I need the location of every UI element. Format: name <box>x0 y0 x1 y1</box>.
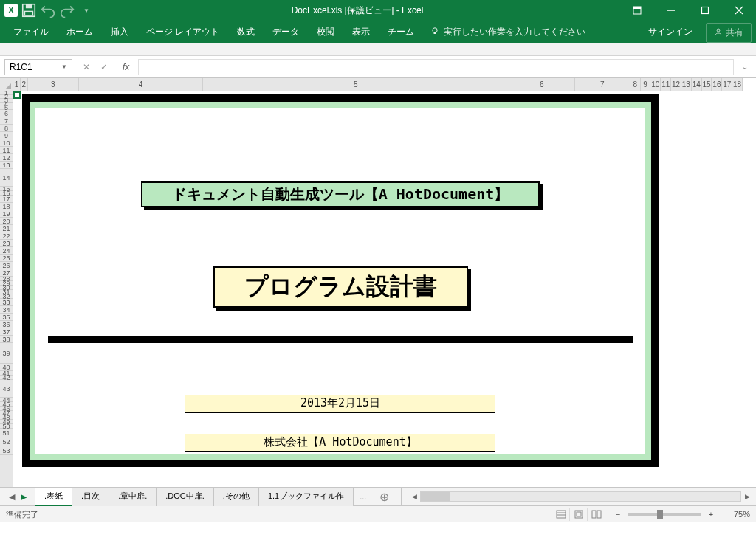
column-header[interactable]: 16 <box>712 78 722 91</box>
tab-pagelayout[interactable]: ページ レイアウト <box>137 21 228 43</box>
column-header[interactable]: 1 <box>13 78 21 91</box>
expand-formula-bar-icon[interactable]: ⌄ <box>738 63 752 71</box>
sheet-nav-arrows[interactable]: ◀ ▶ <box>0 492 35 502</box>
close-button[interactable] <box>722 0 756 21</box>
tab-review[interactable]: 校閲 <box>308 21 343 43</box>
ribbon-display-options-icon[interactable] <box>620 0 654 21</box>
tab-team[interactable]: チーム <box>379 21 423 43</box>
column-header[interactable]: 13 <box>681 78 692 91</box>
new-sheet-button[interactable]: ⊕ <box>372 490 396 504</box>
row-header[interactable]: 18 <box>0 203 13 210</box>
row-header[interactable]: 36 <box>0 321 13 328</box>
horizontal-scrollbar[interactable]: ◀ ▶ <box>405 491 756 502</box>
column-header[interactable]: 15 <box>702 78 712 91</box>
row-header[interactable]: 20 <box>0 218 13 225</box>
tab-file[interactable]: ファイル <box>4 21 58 43</box>
row-header[interactable]: 13 <box>0 162 13 169</box>
select-all-corner[interactable] <box>0 78 13 91</box>
column-header[interactable]: 2 <box>21 78 28 91</box>
row-header[interactable]: 23 <box>0 240 13 247</box>
zoom-in-button[interactable]: + <box>706 510 716 519</box>
column-header[interactable]: 11 <box>661 78 671 91</box>
sheet-tab[interactable]: .目次 <box>72 488 109 506</box>
column-header[interactable]: 12 <box>671 78 681 91</box>
column-header[interactable]: 17 <box>722 78 732 91</box>
column-header[interactable]: 10 <box>650 78 661 91</box>
zoom-out-button[interactable]: − <box>613 510 623 519</box>
row-header[interactable]: 25 <box>0 255 13 262</box>
column-header[interactable]: 8 <box>630 78 641 91</box>
column-headers[interactable]: 123456789101112131415161718 <box>13 78 743 91</box>
row-header[interactable]: 19 <box>0 210 13 218</box>
row-header[interactable]: 12 <box>0 154 13 162</box>
tab-home[interactable]: ホーム <box>58 21 102 43</box>
sheet-nav-next-icon[interactable]: ▶ <box>21 492 27 502</box>
sheet-nav-prev-icon[interactable]: ◀ <box>9 492 15 502</box>
row-header[interactable]: 53 <box>0 446 13 455</box>
column-header[interactable]: 14 <box>692 78 702 91</box>
signin-link[interactable]: サインイン <box>641 21 700 43</box>
row-header[interactable]: 26 <box>0 262 13 269</box>
undo-icon[interactable] <box>40 2 56 18</box>
view-normal-icon[interactable] <box>552 508 570 521</box>
column-header[interactable]: 6 <box>509 78 575 91</box>
maximize-button[interactable] <box>688 0 722 21</box>
tab-insert[interactable]: 挿入 <box>102 21 137 43</box>
row-header[interactable]: 52 <box>0 437 13 446</box>
view-pagebreak-icon[interactable] <box>588 508 605 521</box>
enter-icon[interactable]: ✓ <box>99 62 109 72</box>
column-header[interactable]: 18 <box>732 78 743 91</box>
sheet-tab[interactable]: .その他 <box>214 488 259 506</box>
row-header[interactable]: 6 <box>0 110 13 117</box>
zoom-slider-knob[interactable] <box>657 510 663 519</box>
tab-formulas[interactable]: 数式 <box>228 21 264 43</box>
view-pagelayout-icon[interactable] <box>570 508 588 521</box>
hscroll-left-icon[interactable]: ◀ <box>408 493 420 500</box>
name-box[interactable]: R1C1 ▼ <box>4 59 72 75</box>
tab-data[interactable]: データ <box>264 21 308 43</box>
hscroll-right-icon[interactable]: ▶ <box>741 493 753 500</box>
cell-grid[interactable]: ドキュメント自動生成ツール【A HotDocument】 プログラム設計書 20… <box>13 91 743 487</box>
row-header[interactable]: 22 <box>0 232 13 240</box>
qat-customize-icon[interactable]: ▼ <box>78 2 94 18</box>
redo-icon[interactable] <box>59 2 75 18</box>
row-header[interactable]: 9 <box>0 132 13 139</box>
chevron-down-icon[interactable]: ▼ <box>61 63 67 70</box>
row-header[interactable]: 7 <box>0 117 13 125</box>
row-header[interactable]: 35 <box>0 314 13 321</box>
row-headers[interactable]: 1234567891011121314151617181920212223242… <box>0 78 13 487</box>
column-header[interactable]: 3 <box>28 78 79 91</box>
row-header[interactable]: 37 <box>0 328 13 336</box>
zoom-slider[interactable] <box>628 513 701 516</box>
row-header[interactable]: 21 <box>0 225 13 232</box>
sheet-tab[interactable]: 1.1ブックファイル作 <box>259 488 354 506</box>
column-header[interactable]: 9 <box>641 78 651 91</box>
row-header[interactable]: 39 <box>0 343 13 364</box>
row-header[interactable]: 51 <box>0 429 13 437</box>
row-header[interactable]: 38 <box>0 336 13 343</box>
cancel-icon[interactable]: ✕ <box>81 62 92 72</box>
row-header[interactable]: 14 <box>0 169 13 187</box>
minimize-button[interactable] <box>654 0 688 21</box>
sheet-tab[interactable]: .DOC中扉. <box>157 488 214 506</box>
row-header[interactable]: 33 <box>0 299 13 306</box>
row-header[interactable]: 24 <box>0 247 13 255</box>
tell-me-search[interactable]: 実行したい作業を入力してください <box>423 21 593 43</box>
column-header[interactable]: 4 <box>79 78 203 91</box>
column-header[interactable]: 7 <box>575 78 630 91</box>
column-header[interactable]: 5 <box>203 78 509 91</box>
insert-function-icon[interactable]: fx <box>118 62 134 72</box>
share-button[interactable]: 共有 <box>706 23 752 43</box>
row-header[interactable]: 17 <box>0 196 13 203</box>
tab-view[interactable]: 表示 <box>343 21 379 43</box>
formula-input[interactable] <box>138 59 734 75</box>
hscroll-track[interactable] <box>420 491 741 502</box>
sheet-tabs-more[interactable]: ... <box>354 492 372 501</box>
row-header[interactable]: 8 <box>0 125 13 132</box>
hscroll-thumb[interactable] <box>421 492 450 501</box>
row-header[interactable]: 34 <box>0 306 13 314</box>
save-icon[interactable] <box>21 2 37 18</box>
row-header[interactable]: 10 <box>0 139 13 147</box>
sheet-tab[interactable]: .章中扉. <box>109 488 157 506</box>
sheet-tab[interactable]: .表紙 <box>35 488 72 506</box>
